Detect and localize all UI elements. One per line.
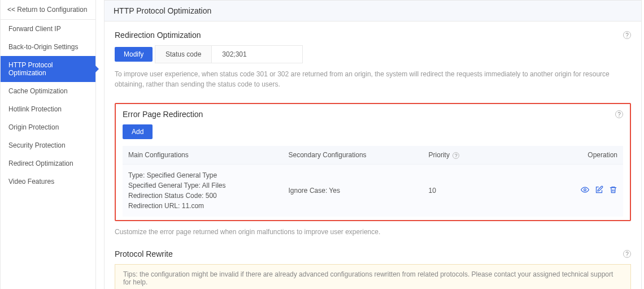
config-url: Redirection URL: 11.com — [128, 201, 277, 211]
config-status-code: Redirection Status Code: 500 — [128, 191, 277, 201]
page-title: HTTP Protocol Optimization — [104, 0, 642, 21]
sidebar-item-hotlink-protection[interactable]: Hotlink Protection — [1, 100, 95, 118]
col-secondary-configurations: Secondary Configurations — [283, 146, 423, 165]
col-priority: Priority ? — [423, 146, 523, 165]
protocol-rewrite-tips: Tips: the configuration might be invalid… — [115, 264, 631, 289]
config-general-type: Specified General Type: All Files — [128, 180, 277, 191]
help-icon[interactable]: ? — [623, 31, 631, 39]
redirection-optimization-section: Redirection Optimization ? Modify Status… — [115, 31, 631, 89]
view-icon[interactable] — [581, 186, 589, 194]
edit-icon[interactable] — [595, 186, 603, 194]
config-type: Type: Specified General Type — [128, 170, 277, 180]
table-row: Type: Specified General Type Specified G… — [123, 165, 623, 217]
priority-value: 10 — [423, 165, 523, 217]
delete-icon[interactable] — [609, 186, 617, 194]
sidebar-item-http-protocol-optimization[interactable]: HTTP Protocol Optimization — [1, 56, 95, 82]
sidebar-item-cache-optimization[interactable]: Cache Optimization — [1, 82, 95, 100]
protocol-rewrite-section: Protocol Rewrite ? Tips: the configurati… — [115, 249, 631, 289]
protocol-rewrite-title: Protocol Rewrite — [115, 249, 173, 258]
redirection-optimization-title: Redirection Optimization — [115, 31, 201, 40]
modify-button[interactable]: Modify — [115, 47, 153, 62]
error-redirection-table: Main Configurations Secondary Configurat… — [123, 146, 623, 217]
sidebar-item-back-to-origin-settings[interactable]: Back-to-Origin Settings — [1, 38, 95, 56]
sidebar-item-security-protection[interactable]: Security Protection — [1, 136, 95, 154]
sidebar-item-forward-client-ip[interactable]: Forward Client IP — [1, 20, 95, 38]
error-page-redirection-desc: Customize the error page returned when o… — [115, 227, 631, 237]
add-button[interactable]: Add — [123, 124, 153, 139]
col-operation: Operation — [523, 146, 623, 165]
sidebar: << Return to Configuration Forward Clien… — [0, 0, 96, 289]
status-code-label: Status code — [155, 46, 212, 63]
main-content: HTTP Protocol Optimization Redirection O… — [96, 0, 644, 289]
status-code-table: Status code 302;301 — [155, 45, 303, 63]
help-icon[interactable]: ? — [623, 250, 631, 258]
error-page-redirection-highlight: Error Page Redirection ? Add Main Config… — [115, 103, 631, 221]
sidebar-item-origin-protection[interactable]: Origin Protection — [1, 118, 95, 136]
sidebar-item-video-features[interactable]: Video Features — [1, 172, 95, 191]
error-page-redirection-title: Error Page Redirection — [123, 110, 203, 119]
redirection-optimization-desc: To improve user experience, when status … — [115, 69, 631, 89]
help-icon[interactable]: ? — [452, 152, 459, 159]
status-code-value: 302;301 — [212, 46, 302, 63]
svg-point-0 — [584, 189, 586, 191]
help-icon[interactable]: ? — [615, 110, 623, 118]
sidebar-item-redirect-optimization[interactable]: Redirect Optimization — [1, 154, 95, 172]
secondary-config-value: Ignore Case: Yes — [283, 165, 423, 217]
col-main-configurations: Main Configurations — [123, 146, 283, 165]
return-to-configuration-link[interactable]: << Return to Configuration — [1, 0, 95, 20]
